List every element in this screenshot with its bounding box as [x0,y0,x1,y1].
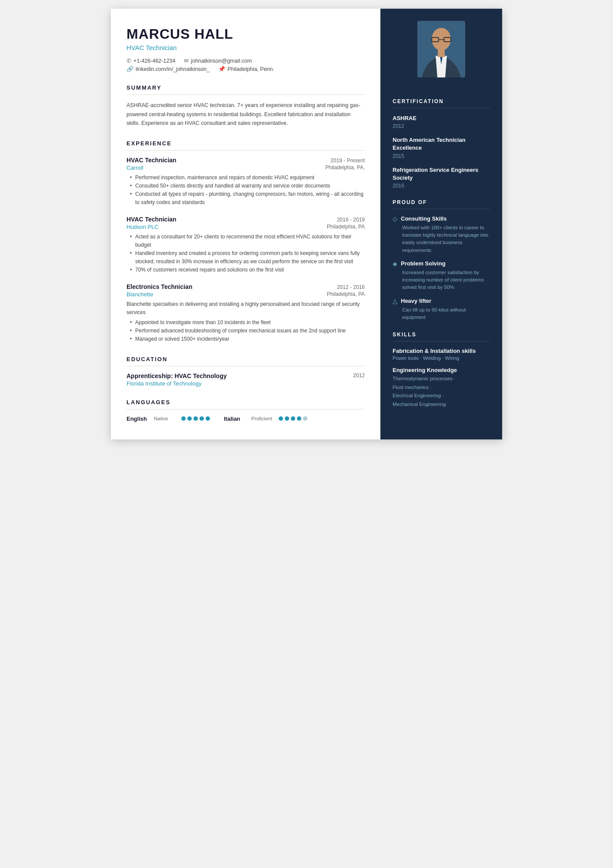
skill-name-2: Engineering Knowledge [393,367,490,373]
education-heading: EDUCATION [127,356,365,362]
cert-name-3: Refrigeration Service Engineers Society [393,166,490,182]
dot [285,416,289,421]
svg-rect-5 [438,49,445,57]
bullet-item: 70% of customers received repairs and so… [130,266,365,274]
job-entry-1: HVAC Technician 2019 - Present Carroll P… [127,157,365,207]
certification-divider [393,108,490,108]
dot [297,416,301,421]
proud-title-2: Problem Solving [401,260,446,267]
proud-entry-2: ◈ Problem Solving Increased customer sat… [393,260,490,292]
skills-section: SKILLS Fabrication & Installation skills… [393,332,490,409]
bullet-item: Performed advanced troubleshooting of co… [130,327,365,335]
certification-heading: CERTIFICATION [393,98,490,104]
lang-level-english: Native [154,416,178,421]
proud-desc-2: Increased customer satisfaction by incre… [393,269,490,292]
proud-header-2: ◈ Problem Solving [393,260,490,267]
education-section: EDUCATION Apprenticeship: HVAC Technolog… [127,356,365,387]
lang-dots-english [181,416,210,421]
cert-entry-3: Refrigeration Service Engineers Society … [393,166,490,189]
language-english: English Native [127,416,210,422]
proud-header-1: ◇ Consulting Skills [393,215,490,222]
skills-divider [393,341,490,342]
bullet-item: Managed or solved 1500+ incidents/year [130,335,365,343]
cert-entry-2: North American Technician Excellence 201… [393,136,490,159]
bullet-item: Acted as a consultant for 20+ clients to… [130,233,365,249]
location-contact: 📌 Philadelphia, Penn. [218,66,274,72]
skill-name-1: Fabrication & Installation skills [393,348,490,354]
job-company-3: Blanchette [127,291,153,298]
job-title-2: HVAC Technician [127,216,177,223]
problem-solving-icon: ◈ [393,260,397,267]
proud-desc-1: Worked with 100+ clients in career to tr… [393,224,490,254]
candidate-title: HVAC Technician [127,44,365,51]
skill-sub-item: Fluid mechanics · [393,383,490,392]
job-entry-3: Electronics Technician 2012 - 2016 Blanc… [127,283,365,344]
proud-desc-3: Can lift up to 90 kilos without equipmen… [393,306,490,322]
skill-sub-items-2: Thermodynamic processes · Fluid mechanic… [393,375,490,409]
skill-entry-1: Fabrication & Installation skills Power … [393,348,490,361]
job-company-row-1: Carroll Philadelphia, PA. [127,164,365,171]
left-panel: MARCUS HALL HVAC Technician ✆ +1-426-462… [111,9,380,439]
bullet-item: Conducted all types of repairs - plumbin… [130,190,365,207]
svg-point-1 [432,28,451,50]
resume-container: MARCUS HALL HVAC Technician ✆ +1-426-462… [111,9,502,439]
email-icon: ✉ [184,57,189,64]
proud-entry-3: △ Heavy lifter Can lift up to 90 kilos w… [393,298,490,322]
proud-of-divider [393,209,490,209]
cert-name-2: North American Technician Excellence [393,136,490,152]
phone-icon: ✆ [127,57,131,64]
languages-row: English Native Italian Proficient [127,416,365,422]
location-icon: 📌 [218,66,225,72]
experience-section: EXPERIENCE HVAC Technician 2019 - Presen… [127,140,365,344]
proud-of-section: PROUD OF ◇ Consulting Skills Worked with… [393,199,490,321]
proud-header-3: △ Heavy lifter [393,298,490,305]
job-title-3: Electronics Technician [127,283,192,290]
experience-heading: EXPERIENCE [127,140,365,147]
email-address: johnatkinson@gmail.com [191,58,252,64]
job-company-row-2: Hudson PLC Philadelphia, PA [127,224,365,230]
linkedin-contact: 🔗 linkedin.com/in/_johnatkinson_ [127,66,210,72]
job-header-2: HVAC Technician 2016 - 2019 [127,216,365,223]
proud-title-3: Heavy lifter [401,298,431,304]
dot [187,416,192,421]
cert-year-1: 2012 [393,123,490,129]
lang-name-italian: Italian [224,416,248,422]
lang-dots-italian [279,416,307,421]
bullet-item: Consulted 50+ clients directly and handl… [130,182,365,190]
summary-divider [127,94,365,95]
certification-section: CERTIFICATION ASHRAE 2012 North American… [393,98,490,189]
dot [193,416,198,421]
job-bullets-1: Performed inspection, maintenance and re… [127,174,365,207]
candidate-photo [417,21,465,77]
linkedin-url: linkedin.com/in/_johnatkinson_ [136,66,210,72]
job-dates-2: 2016 - 2019 [337,217,365,223]
job-location-1: Philadelphia, PA. [325,164,365,171]
heavy-lifter-icon: △ [393,298,397,305]
job-company-2: Hudson PLC [127,224,159,230]
cert-name-1: ASHRAE [393,114,490,122]
languages-section: LANGUAGES English Native Italian [127,399,365,422]
education-divider [127,366,365,366]
skill-sub-item: Mechanical Engineering [393,400,490,409]
header: MARCUS HALL HVAC Technician ✆ +1-426-462… [127,26,365,72]
bullet-item: Handled inventory and created a process … [130,249,365,266]
language-italian: Italian Proficient [224,416,307,422]
job-bullets-2: Acted as a consultant for 20+ clients to… [127,233,365,275]
contact-row-1: ✆ +1-426-462-1234 ✉ johnatkinson@gmail.c… [127,57,365,64]
edu-header-1: Apprenticeship: HVAC Technology 2012 [127,372,365,379]
location-text: Philadelphia, Penn. [227,66,274,72]
contact-row-2: 🔗 linkedin.com/in/_johnatkinson_ 📌 Phila… [127,66,365,72]
lang-level-italian: Proficient [251,416,275,421]
languages-divider [127,409,365,409]
job-title-1: HVAC Technician [127,157,177,164]
cert-entry-1: ASHRAE 2012 [393,114,490,129]
summary-text: ASHRAE-accredited senior HVAC technician… [127,101,365,128]
proud-title-1: Consulting Skills [401,215,446,222]
bullet-item: Performed inspection, maintenance and re… [130,174,365,182]
edu-entry-1: Apprenticeship: HVAC Technology 2012 Flo… [127,372,365,387]
right-panel: CERTIFICATION ASHRAE 2012 North American… [380,9,502,439]
job-company-row-3: Blanchette Philadelphia, PA [127,291,365,298]
skill-entry-2: Engineering Knowledge Thermodynamic proc… [393,367,490,409]
job-header-3: Electronics Technician 2012 - 2016 [127,283,365,290]
job-dates-1: 2019 - Present [330,158,365,164]
